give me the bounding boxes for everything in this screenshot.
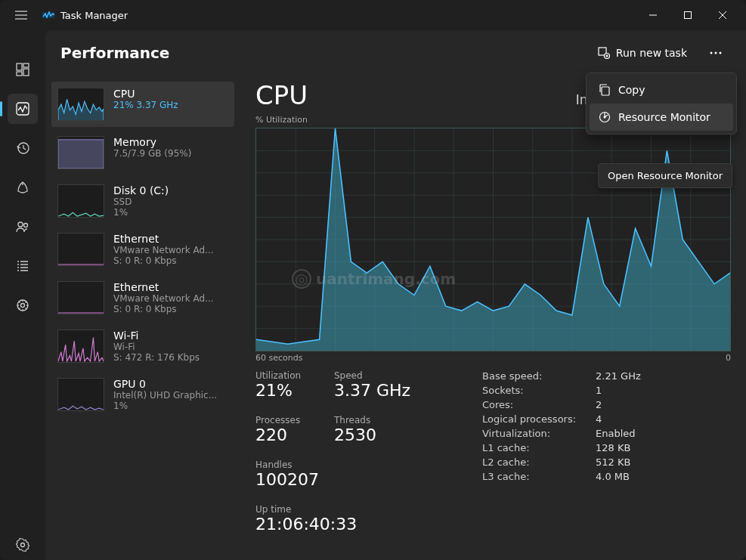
startup-icon xyxy=(16,181,29,194)
perf-sub: Wi-Fi xyxy=(113,342,200,352)
perf-title: Ethernet xyxy=(113,281,214,293)
nav-history[interactable] xyxy=(8,133,38,163)
svg-rect-5 xyxy=(17,72,22,76)
stat-value: 100207 xyxy=(255,470,319,489)
minimize-icon xyxy=(649,11,657,19)
stat-label: Utilization xyxy=(255,370,316,381)
svg-rect-21 xyxy=(58,140,104,169)
more-icon xyxy=(710,51,722,54)
detail-pane: CPU Intel(R) Core(TM) i3-813 % Utilizati… xyxy=(240,76,746,560)
thumb-disk xyxy=(57,184,104,218)
stat-label: Up time xyxy=(255,504,452,515)
maximize-icon xyxy=(684,11,692,19)
nav-services[interactable] xyxy=(8,290,38,320)
run-new-task-button[interactable]: Run new task xyxy=(589,42,696,63)
nav-performance[interactable] xyxy=(8,94,38,124)
right-stats: Base speed:2.21 GHzSockets:1Cores:2Logic… xyxy=(482,370,641,534)
perf-sub: VMware Network Ad... xyxy=(113,293,214,304)
perf-title: GPU 0 xyxy=(113,378,217,390)
thumb-eth1 xyxy=(57,233,104,266)
stat-key: Logical processors: xyxy=(482,413,596,425)
detail-title: CPU xyxy=(255,80,308,110)
thumb-gpu xyxy=(57,378,104,411)
stat-row: Logical processors:4 xyxy=(482,413,641,425)
perf-item-ethernet-2[interactable]: Ethernet VMware Network Ad... S: 0 R: 0 … xyxy=(51,275,234,320)
nav-users[interactable] xyxy=(8,212,38,242)
svg-point-11 xyxy=(21,304,25,308)
hamburger-button[interactable] xyxy=(6,0,36,30)
run-new-task-label: Run new task xyxy=(616,47,687,59)
content-area: Performance Run new task Copy xyxy=(45,30,746,560)
perf-item-disk0[interactable]: Disk 0 (C:) SSD 1% xyxy=(51,178,234,224)
run-task-icon xyxy=(598,47,610,59)
svg-point-20 xyxy=(604,116,606,119)
nav-details[interactable] xyxy=(8,251,38,281)
copy-icon xyxy=(599,84,611,96)
svg-point-9 xyxy=(24,224,28,227)
stat-value: 2530 xyxy=(334,425,395,444)
perf-sub: SSD xyxy=(113,196,169,207)
history-icon xyxy=(16,141,29,155)
stat-key: Base speed: xyxy=(482,370,596,382)
stat-val: 4.0 MB xyxy=(596,471,630,482)
nav-startup[interactable] xyxy=(8,172,38,203)
hamburger-icon xyxy=(15,11,27,20)
close-button[interactable] xyxy=(705,0,740,30)
axis-right-label: 0 xyxy=(726,353,731,363)
stat-value: 21% xyxy=(255,381,316,400)
perf-item-wifi[interactable]: Wi-Fi Wi-Fi S: 472 R: 176 Kbps xyxy=(51,323,234,369)
perf-item-gpu0[interactable]: GPU 0 Intel(R) UHD Graphic... 1% xyxy=(51,372,234,417)
stat-label: Threads xyxy=(334,415,395,425)
perf-sub: VMware Network Ad... xyxy=(113,245,214,255)
page-title: Performance xyxy=(60,44,169,62)
nav-settings[interactable] xyxy=(8,530,38,560)
resource-monitor-icon xyxy=(599,111,611,123)
svg-point-12 xyxy=(21,543,25,547)
stat-key: Sockets: xyxy=(482,385,596,396)
minimize-button[interactable] xyxy=(636,0,670,30)
stat-val: 128 KB xyxy=(596,442,630,453)
stat-value: 21:06:40:33 xyxy=(255,515,452,534)
thumb-cpu xyxy=(57,88,104,121)
maximize-button[interactable] xyxy=(670,0,705,30)
svg-point-16 xyxy=(715,52,717,54)
nav-processes[interactable] xyxy=(8,54,38,85)
app-icon xyxy=(42,9,54,21)
ctx-copy[interactable]: Copy xyxy=(590,76,733,104)
perf-sub2: 1% xyxy=(113,207,169,218)
perf-item-cpu[interactable]: CPU 21% 3.37 GHz xyxy=(51,82,234,127)
svg-rect-2 xyxy=(17,63,22,70)
perf-sub: Intel(R) UHD Graphic... xyxy=(113,390,217,401)
stat-key: L3 cache: xyxy=(482,471,596,482)
stat-val: 2 xyxy=(596,399,602,410)
more-button[interactable] xyxy=(701,38,731,68)
ctx-copy-label: Copy xyxy=(618,84,645,96)
stat-row: Sockets:1 xyxy=(482,385,641,396)
stat-row: L2 cache:512 KB xyxy=(482,456,641,468)
performance-list: CPU 21% 3.37 GHz Memory 7.5/7.9 GB (95%) xyxy=(45,76,240,560)
stat-key: Cores: xyxy=(482,399,596,410)
stat-row: Virtualization:Enabled xyxy=(482,428,641,439)
perf-title: CPU xyxy=(113,88,178,100)
nav-rail xyxy=(0,30,45,560)
stat-row: L3 cache:4.0 MB xyxy=(482,471,641,482)
perf-title: Memory xyxy=(113,136,191,148)
perf-item-memory[interactable]: Memory 7.5/7.9 GB (95%) xyxy=(51,130,234,175)
stat-val: 512 KB xyxy=(596,456,630,468)
perf-sub2: S: 0 R: 0 Kbps xyxy=(113,304,214,314)
performance-icon xyxy=(16,102,29,116)
settings-icon xyxy=(16,538,29,552)
processes-icon xyxy=(16,63,29,76)
stat-label: Handles xyxy=(255,459,319,470)
stat-value: 3.37 GHz xyxy=(334,381,410,400)
stat-row: Base speed:2.21 GHz xyxy=(482,370,641,382)
ctx-resource-monitor-label: Resource Monitor xyxy=(618,111,710,123)
tooltip: Open Resource Monitor xyxy=(598,163,732,188)
svg-rect-1 xyxy=(685,12,692,19)
thumb-wifi xyxy=(57,330,104,363)
perf-item-ethernet-1[interactable]: Ethernet VMware Network Ad... S: 0 R: 0 … xyxy=(51,227,234,272)
perf-sub2: 1% xyxy=(113,401,217,411)
svg-point-17 xyxy=(720,52,722,54)
details-icon xyxy=(16,259,29,273)
ctx-resource-monitor[interactable]: Resource Monitor xyxy=(590,104,733,131)
